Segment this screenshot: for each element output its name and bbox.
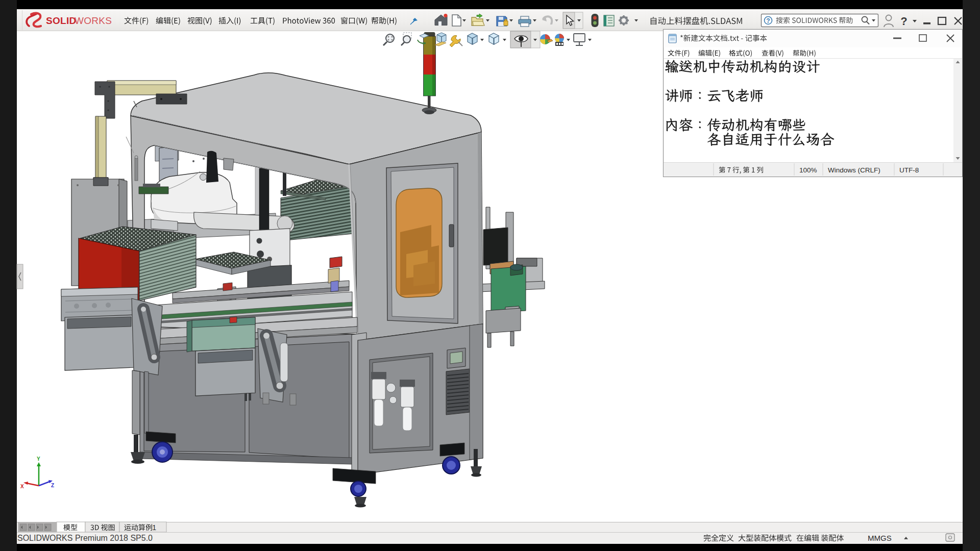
svg-text:?: ? [900,15,907,28]
svg-text:Y: Y [37,456,40,462]
svg-text:UTF-8: UTF-8 [899,166,919,174]
svg-text:SOLID: SOLID [46,15,77,26]
svg-text:WORKS: WORKS [75,15,112,26]
svg-text:Windows (CRLF): Windows (CRLF) [828,166,880,174]
svg-text:Z: Z [51,483,54,488]
svg-text:1: 1 [152,523,156,532]
svg-text:MMGS: MMGS [868,534,892,542]
svg-text:SOLIDWORKS Premium 2018 SP5.0: SOLIDWORKS Premium 2018 SP5.0 [17,534,153,542]
svg-text:100%: 100% [799,166,817,174]
svg-text:?: ? [766,17,770,24]
svg-text:X: X [20,484,24,489]
